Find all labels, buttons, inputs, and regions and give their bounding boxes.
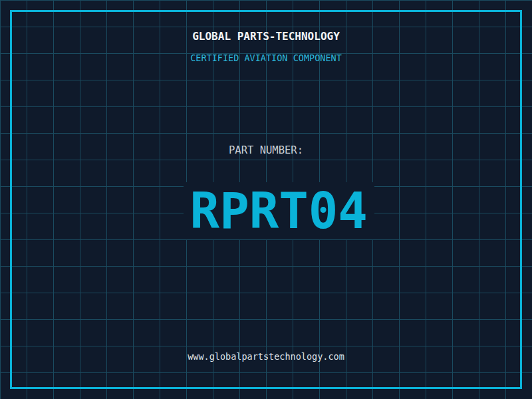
certification-line: CERTIFIED AVIATION COMPONENT bbox=[0, 54, 532, 63]
label-placard: GLOBAL PARTS-TECHNOLOGY CERTIFIED AVIATI… bbox=[0, 0, 532, 399]
part-number-label: PART NUMBER: bbox=[0, 146, 532, 156]
part-number-row: RPRT04 bbox=[0, 170, 532, 252]
company-name: GLOBAL PARTS-TECHNOLOGY bbox=[0, 31, 532, 42]
part-number-value: RPRT04 bbox=[184, 182, 374, 239]
website-url: www.globalpartstechnology.com bbox=[0, 352, 532, 362]
